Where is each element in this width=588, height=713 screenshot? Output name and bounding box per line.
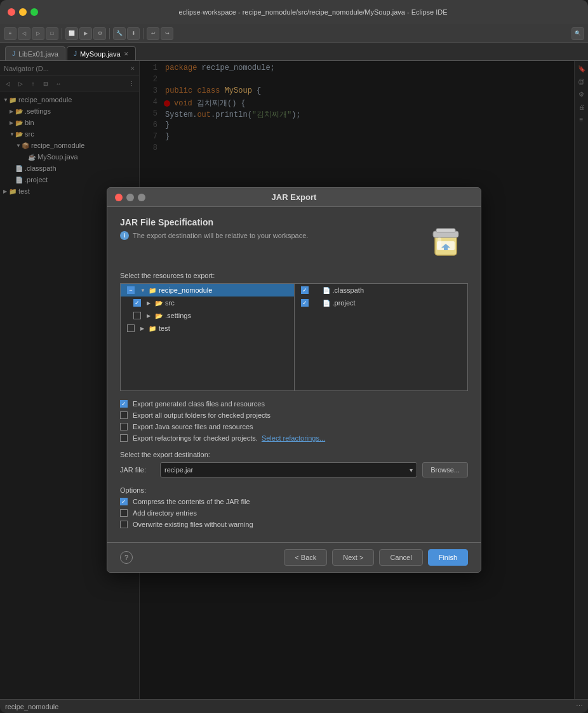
cancel-button[interactable]: Cancel [379, 549, 422, 566]
dialog-title-bar: JAR Export [107, 188, 481, 207]
tree-row-src[interactable]: ✓ ▶ 📂 src [121, 297, 294, 309]
minimize-button[interactable] [19, 8, 27, 16]
toolbar-sep-2 [109, 28, 110, 39]
status-bar: recipe_nomodule ⋯ [0, 699, 588, 713]
browse-button[interactable]: Browse... [422, 462, 468, 477]
jar-icon [424, 217, 468, 262]
dialog-title-text: JAR Export [272, 192, 317, 202]
toolbar-btn-5[interactable]: ⬜ [65, 27, 78, 40]
toolbar-btn-8[interactable]: 🔧 [113, 27, 126, 40]
dialog-title-inner: JAR Export [107, 192, 481, 202]
dialog-header: JAR File Specification i The export dest… [120, 217, 468, 262]
checkbox-test[interactable] [127, 324, 135, 332]
next-button[interactable]: Next > [332, 549, 374, 566]
dialog-header-text: JAR File Specification i The export dest… [120, 217, 424, 240]
select-refactorings-link[interactable]: Select refactorings... [262, 434, 325, 442]
dialog-overlay: JAR Export JAR File Specification i The … [0, 61, 588, 699]
checkbox-project-file[interactable]: ✓ [301, 299, 309, 307]
checkbox-row-export-source[interactable]: Export Java source files and resources [120, 423, 468, 430]
svg-rect-2 [436, 229, 455, 232]
info-row: i The export destination will be relativ… [120, 231, 424, 240]
resources-label: Select the resources to export: [120, 272, 468, 279]
tab-libex01[interactable]: J LibEx01.java [5, 46, 65, 60]
close-button[interactable] [8, 8, 15, 16]
jar-file-label: JAR file: [120, 466, 155, 474]
search-button[interactable]: 🔍 [571, 27, 584, 40]
tree-label: recipe_nomodule [159, 286, 212, 294]
expand-arrow: ▶ [140, 326, 145, 331]
tab-mysoup[interactable]: J MySoup.java ✕ [67, 46, 136, 60]
maximize-button[interactable] [30, 8, 38, 16]
checkbox-classpath[interactable]: ✓ [301, 286, 309, 294]
options-section: Options: ✓ Compress the contents of the … [120, 486, 468, 528]
cb-export-source[interactable] [120, 423, 128, 430]
toolbar-sep-3 [143, 28, 144, 39]
java-file-icon: J [12, 50, 15, 57]
tree-label: test [159, 324, 170, 332]
toolbar-btn-6[interactable]: ▶ [79, 27, 92, 40]
dialog-main-title: JAR File Specification [120, 217, 424, 227]
checkbox-row-export-output[interactable]: Export all output folders for checked pr… [120, 411, 468, 419]
cb-export-refactor[interactable] [120, 434, 128, 442]
cb-export-output[interactable] [120, 411, 128, 419]
cb-label: Export Java source files and resources [133, 423, 253, 430]
src-folder-icon: 📂 [155, 300, 163, 307]
tree-row-settings[interactable]: ▶ 📂 .settings [121, 309, 294, 322]
checkbox-row-export-class[interactable]: ✓ Export generated class files and resou… [120, 400, 468, 408]
toolbar-btn-7[interactable]: ⚙ [93, 27, 106, 40]
dropdown-arrow-icon[interactable]: ▾ [410, 467, 413, 474]
toolbar-btn-3[interactable]: ▷ [32, 27, 44, 40]
toolbar-btn-1[interactable]: ≡ [4, 27, 17, 40]
test-project-icon: 📁 [149, 325, 156, 332]
toolbar-btn-11[interactable]: ↪ [161, 27, 173, 40]
tree-row-test[interactable]: ▶ 📁 test [121, 322, 294, 335]
dialog-max-btn [138, 194, 145, 201]
tree-row-classpath[interactable]: ✓ 📄 .classpath [295, 284, 468, 297]
cb-label: Overwrite existing files without warning [133, 521, 253, 528]
cb-label: Export all output folders for checked pr… [133, 411, 271, 419]
expand-arrow: ▶ [147, 300, 152, 306]
title-bar: eclipse-workspace - recipe_nomodule/src/… [0, 0, 588, 24]
dialog-body: JAR File Specification i The export dest… [107, 207, 481, 542]
dialog-close-btn[interactable] [115, 194, 123, 201]
checkbox-src[interactable]: ✓ [133, 299, 141, 307]
tree-row-project-file[interactable]: ✓ 📄 .project [295, 297, 468, 309]
window-title: eclipse-workspace - recipe_nomodule/src/… [46, 8, 580, 16]
tree-row-recipe[interactable]: − ▼ 📁 recipe_nomodule [121, 284, 294, 297]
left-tree: − ▼ 📁 recipe_nomodule ✓ [121, 284, 295, 390]
cb-label: Compress the contents of the JAR file [133, 498, 250, 505]
checkbox-row-compress[interactable]: ✓ Compress the contents of the JAR file [120, 498, 468, 505]
checkbox-settings[interactable] [133, 312, 141, 319]
cb-adddir[interactable] [120, 509, 128, 517]
destination-label: Select the export destination: [120, 451, 468, 458]
finish-button[interactable]: Finish [428, 549, 468, 566]
tab-close-icon[interactable]: ✕ [124, 51, 129, 57]
main-area: Navigator (D... ✕ ◁ ▷ ↑ ⊟ ↔ ⋮ ▼ 📁 recipe… [0, 61, 588, 699]
toolbar-btn-4[interactable]: □ [46, 27, 58, 40]
help-button[interactable]: ? [120, 551, 133, 564]
checkbox-row-export-refactor[interactable]: Export refactorings for checked projects… [120, 434, 468, 442]
jar-file-input[interactable] [164, 466, 410, 474]
expand-arrow: ▶ [147, 313, 152, 319]
toolbar-btn-10[interactable]: ↩ [147, 27, 159, 40]
toolbar-btn-9[interactable]: ⬇ [127, 27, 140, 40]
cb-export-class[interactable]: ✓ [120, 400, 128, 408]
project-file-icon: 📄 [323, 300, 330, 307]
toolbar-btn-2[interactable]: ◁ [18, 27, 30, 40]
classpath-icon: 📄 [323, 287, 330, 294]
tree-label: .classpath [333, 286, 364, 294]
dialog-traffic-lights [115, 194, 145, 201]
cb-compress[interactable]: ✓ [120, 498, 128, 505]
cb-label: Add directory entries [133, 509, 197, 517]
checkbox-row-adddir[interactable]: Add directory entries [120, 509, 468, 517]
jar-file-input-wrap[interactable]: ▾ [160, 462, 417, 477]
cb-overwrite[interactable] [120, 521, 128, 528]
settings-folder-icon: 📂 [155, 312, 163, 319]
checkbox-recipe[interactable]: − [127, 286, 135, 294]
status-text: recipe_nomodule [5, 703, 58, 710]
toolbar-sep-1 [62, 28, 62, 39]
back-button[interactable]: < Back [284, 549, 327, 566]
checkbox-row-overwrite[interactable]: Overwrite existing files without warning [120, 521, 468, 528]
info-text: The export destination will be relative … [133, 232, 308, 239]
tree-label: .project [333, 299, 356, 307]
